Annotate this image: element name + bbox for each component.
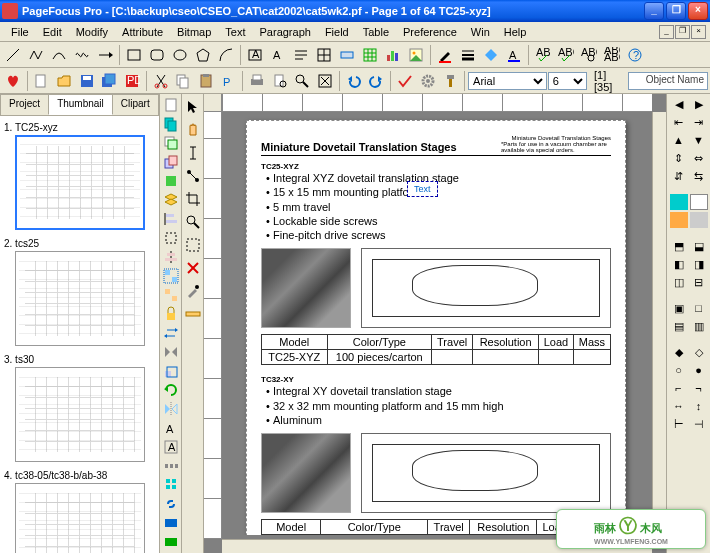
mdi-close-button[interactable]: × — [691, 25, 706, 39]
snap-icon[interactable] — [161, 229, 181, 247]
scale-icon[interactable] — [161, 362, 181, 380]
line-style-icon[interactable] — [457, 44, 479, 66]
greenbtn-icon[interactable] — [161, 533, 181, 551]
font-color-icon[interactable]: A — [503, 44, 525, 66]
ellipse-tool-icon[interactable] — [169, 44, 191, 66]
fill-color-icon[interactable] — [480, 44, 502, 66]
chart-tool-icon[interactable] — [382, 44, 404, 66]
ruler-vertical[interactable] — [204, 112, 222, 539]
eyedropper-icon[interactable] — [182, 280, 204, 302]
line-tool-icon[interactable] — [2, 44, 24, 66]
align-c-icon[interactable]: ◫ — [670, 274, 688, 290]
polyline-tool-icon[interactable] — [25, 44, 47, 66]
thumbnail-item[interactable]: 2. tcs25 — [4, 236, 155, 346]
dup-icon[interactable] — [161, 115, 181, 133]
arrange-icon[interactable] — [161, 476, 181, 494]
align-center-icon[interactable] — [161, 248, 181, 266]
newpage-icon[interactable] — [161, 96, 181, 114]
new-icon[interactable] — [31, 70, 53, 92]
measure1-icon[interactable]: ⊢ — [670, 416, 688, 432]
rect-select-icon[interactable] — [182, 234, 204, 256]
heart-icon[interactable] — [2, 70, 24, 92]
page-viewport[interactable]: Miniature Dovetail Translation Stages Mi… — [242, 116, 648, 535]
menu-win[interactable]: Win — [464, 24, 497, 40]
color-gray-icon[interactable] — [690, 212, 708, 228]
page-content[interactable]: Miniature Dovetail Translation Stages Mi… — [246, 120, 626, 535]
thumbnail-item[interactable]: 3. ts30 — [4, 352, 155, 462]
mdi-restore-button[interactable]: ❐ — [675, 25, 690, 39]
nudge-down-icon[interactable]: ▼ — [690, 132, 708, 148]
menu-file[interactable]: File — [4, 24, 36, 40]
measure2-icon[interactable]: ⊣ — [690, 416, 708, 432]
thumbnail-list[interactable]: 1. TC25-xyz 2. tcs25 3. ts30 4. tc38-05/… — [0, 116, 159, 553]
dim1-icon[interactable]: ↔ — [670, 398, 688, 414]
menu-modify[interactable]: Modify — [69, 24, 115, 40]
paste-icon[interactable] — [195, 70, 217, 92]
spellcheck-ab-icon[interactable]: AB — [532, 44, 554, 66]
minimize-button[interactable]: _ — [644, 2, 664, 20]
shape2-icon[interactable]: ◇ — [690, 344, 708, 360]
field-tool-icon[interactable] — [336, 44, 358, 66]
help-icon[interactable]: ? — [624, 44, 646, 66]
copy-icon[interactable] — [172, 70, 194, 92]
curve-tool-icon[interactable] — [48, 44, 70, 66]
align-left-icon[interactable] — [161, 210, 181, 228]
front-icon[interactable]: ▣ — [670, 300, 688, 316]
mdi-minimize-button[interactable]: _ — [659, 25, 674, 39]
ruler-horizontal[interactable] — [222, 94, 652, 112]
lock-icon[interactable] — [161, 305, 181, 323]
greenbox-icon[interactable] — [161, 172, 181, 190]
tab-clipart[interactable]: Clipart — [112, 94, 159, 115]
text-cursor-icon[interactable] — [182, 142, 204, 164]
arc-tool-icon[interactable] — [215, 44, 237, 66]
dim2-icon[interactable]: ↕ — [690, 398, 708, 414]
node-icon[interactable] — [182, 165, 204, 187]
text-fit-icon[interactable]: A — [161, 438, 181, 456]
align-t-icon[interactable]: ⬒ — [670, 238, 688, 254]
delete-icon[interactable] — [182, 257, 204, 279]
color-cyan-icon[interactable] — [670, 194, 688, 210]
roundrect-tool-icon[interactable] — [146, 44, 168, 66]
preview-icon[interactable] — [269, 70, 291, 92]
align-l-icon[interactable]: ◧ — [670, 256, 688, 272]
backward-icon[interactable]: ▥ — [690, 318, 708, 334]
bluebtn-icon[interactable] — [161, 514, 181, 532]
maximize-button[interactable]: ❐ — [666, 2, 686, 20]
pdf-icon[interactable]: PDF — [121, 70, 143, 92]
menu-edit[interactable]: Edit — [36, 24, 69, 40]
text-placeholder[interactable]: Text — [407, 181, 438, 197]
link-icon[interactable] — [161, 495, 181, 513]
text-a-icon[interactable]: A — [161, 419, 181, 437]
shrink-v-icon[interactable]: ⇵ — [670, 168, 688, 184]
menu-field[interactable]: Field — [318, 24, 356, 40]
connect2-icon[interactable]: ¬ — [690, 380, 708, 396]
ungroup-icon[interactable] — [161, 286, 181, 304]
nudge-rightend-icon[interactable]: ⇥ — [690, 114, 708, 130]
connect1-icon[interactable]: ⌐ — [670, 380, 688, 396]
layers-icon[interactable] — [161, 191, 181, 209]
flip-h-icon[interactable] — [161, 343, 181, 361]
align-m-icon[interactable]: ⊟ — [690, 274, 708, 290]
nudge-up-icon[interactable]: ▲ — [670, 132, 688, 148]
text-tool-icon[interactable]: A — [267, 44, 289, 66]
fontsize-select[interactable]: 6 — [548, 72, 587, 90]
expand-v-icon[interactable]: ⇕ — [670, 150, 688, 166]
shape4-icon[interactable]: ● — [690, 362, 708, 378]
open-icon[interactable] — [53, 70, 75, 92]
image-tool-icon[interactable] — [405, 44, 427, 66]
thumbnail-item[interactable]: 1. TC25-xyz — [4, 120, 155, 230]
scrollbar-vertical[interactable] — [652, 112, 666, 539]
stack-icon[interactable] — [161, 153, 181, 171]
font-select[interactable]: Arial — [468, 72, 547, 90]
nudge-left-icon[interactable]: ◀ — [670, 96, 688, 112]
spellcheck-abc-icon[interactable]: ABC — [555, 44, 577, 66]
nudge-right-icon[interactable]: ▶ — [690, 96, 708, 112]
paragraph-tool-icon[interactable] — [290, 44, 312, 66]
close-button[interactable]: × — [688, 2, 708, 20]
fit-icon[interactable] — [314, 70, 336, 92]
color-white-icon[interactable] — [690, 194, 708, 210]
crop-icon[interactable] — [182, 188, 204, 210]
freehand-tool-icon[interactable] — [71, 44, 93, 66]
menu-attribute[interactable]: Attribute — [115, 24, 170, 40]
expand-h-icon[interactable]: ⇔ — [690, 150, 708, 166]
